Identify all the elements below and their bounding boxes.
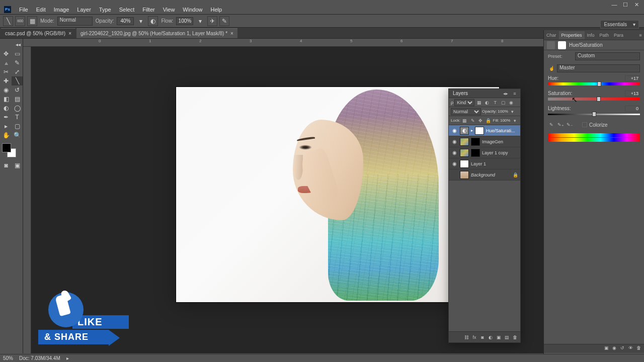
document-tab-0[interactable]: csac.psd @ 50% (RGB/8#) × — [1, 28, 75, 38]
menu-type[interactable]: Type — [95, 5, 115, 14]
shape-tool[interactable]: ▢ — [12, 122, 23, 131]
type-tool[interactable]: T — [12, 113, 23, 122]
chevron-down-icon[interactable]: ▾ — [509, 108, 516, 115]
visibility-toggle[interactable]: ◉ — [451, 161, 458, 166]
pressure-opacity-icon[interactable]: ◐ — [148, 16, 158, 26]
brush-panel-toggle[interactable]: ▦ — [27, 16, 37, 26]
view-previous-icon[interactable]: ◉ — [611, 344, 618, 351]
tab-close-icon[interactable]: × — [230, 31, 233, 36]
filter-type-icon[interactable]: T — [492, 99, 499, 106]
clip-to-layer-icon[interactable]: ▣ — [603, 344, 610, 351]
layer-row[interactable]: Background 🔒 — [449, 169, 520, 180]
mask-thumb[interactable] — [475, 127, 484, 135]
lock-position-icon[interactable]: ✥ — [477, 117, 484, 124]
zoom-level[interactable]: 50% — [3, 355, 13, 361]
lock-transparency-icon[interactable]: ▦ — [461, 117, 468, 124]
window-minimize-button[interactable]: — — [609, 0, 620, 9]
menu-help[interactable]: Help — [206, 5, 226, 14]
flow-dropdown-icon[interactable]: ▾ — [195, 16, 205, 26]
airbrush-icon[interactable]: ✈ — [207, 16, 217, 26]
saturation-value-input[interactable] — [625, 90, 640, 97]
path-select-tool[interactable]: ▸ — [1, 122, 12, 131]
link-layers-icon[interactable]: ⛓ — [463, 334, 470, 341]
delete-layer-icon[interactable]: 🗑 — [511, 334, 518, 341]
slider-thumb[interactable] — [597, 81, 601, 86]
menu-window[interactable]: Window — [179, 5, 206, 14]
filter-adj-icon[interactable]: ◐ — [484, 99, 491, 106]
healing-tool[interactable]: ✚ — [1, 76, 12, 85]
visibility-toggle[interactable]: ◉ — [451, 150, 458, 155]
status-menu-icon[interactable]: ▸ — [66, 355, 69, 361]
preset-select[interactable]: Custom — [575, 52, 640, 60]
layer-row[interactable]: ◉ ImageGen — [449, 136, 520, 147]
lock-pixels-icon[interactable]: ✎ — [469, 117, 476, 124]
menu-view[interactable]: View — [159, 5, 179, 14]
gradient-tool[interactable]: ▤ — [12, 95, 23, 104]
window-maximize-button[interactable]: ☐ — [620, 0, 631, 9]
visibility-toggle[interactable]: ◉ — [451, 139, 458, 144]
layer-row[interactable]: ◉ Layer 1 — [449, 158, 520, 169]
lock-all-icon[interactable]: 🔒 — [485, 117, 492, 124]
eyedropper-icon[interactable]: ✎ — [548, 121, 555, 128]
opacity-dropdown-icon[interactable]: ▾ — [136, 16, 146, 26]
dodge-tool[interactable]: ◯ — [12, 104, 23, 113]
slider-thumb[interactable] — [597, 97, 601, 102]
zoom-tool[interactable]: 🔍 — [12, 131, 23, 140]
eyedropper-tool[interactable]: ⤢ — [12, 67, 23, 76]
visibility-toggle[interactable]: ◉ — [451, 128, 458, 133]
quick-select-tool[interactable]: ✎ — [12, 58, 23, 67]
tab-close-icon[interactable]: × — [68, 31, 71, 36]
quickmask-tool[interactable]: ◙ — [1, 161, 12, 170]
saturation-slider[interactable] — [548, 98, 640, 101]
menu-edit[interactable]: Edit — [32, 5, 50, 14]
finger-icon[interactable]: ☝ — [548, 65, 555, 72]
filter-pixel-icon[interactable]: ▦ — [475, 99, 482, 106]
delete-adjustment-icon[interactable]: 🗑 — [635, 344, 642, 351]
collapse-icon[interactable]: ◂◂ — [16, 42, 21, 49]
tab-info[interactable]: Info — [585, 31, 597, 39]
new-group-icon[interactable]: ▣ — [495, 334, 502, 341]
layer-blend-select[interactable]: Normal — [451, 108, 481, 115]
mask-thumb[interactable] — [471, 138, 480, 146]
tab-properties[interactable]: Properties — [559, 31, 585, 39]
tab-path[interactable]: Path — [597, 31, 612, 39]
menu-image[interactable]: Image — [50, 5, 73, 14]
slider-thumb[interactable] — [592, 112, 596, 117]
brush-preset-picker[interactable]: 600 — [15, 16, 25, 26]
window-close-button[interactable]: ✕ — [631, 0, 642, 9]
new-layer-icon[interactable]: ▤ — [503, 334, 510, 341]
layer-fx-icon[interactable]: fx — [471, 334, 478, 341]
foreground-color[interactable] — [2, 143, 11, 152]
colorize-checkbox[interactable] — [582, 122, 587, 127]
hue-slider[interactable] — [548, 82, 640, 85]
eyedropper-plus-icon[interactable]: ✎₊ — [557, 121, 564, 128]
reset-icon[interactable]: ↺ — [619, 344, 626, 351]
layers-tab[interactable]: Layers — [451, 89, 470, 97]
workspace-switcher[interactable]: Essentials ▾ — [600, 20, 639, 29]
layer-row[interactable]: ◉ ◐ ▸ Hue/Saturati... — [449, 125, 520, 136]
screenmode-tool[interactable]: ▣ — [12, 161, 23, 170]
tool-preset-picker[interactable]: ╲ — [3, 16, 13, 26]
filter-shape-icon[interactable]: ▢ — [500, 99, 507, 106]
pen-tool[interactable]: ✒ — [1, 113, 12, 122]
hue-value-input[interactable] — [625, 75, 640, 81]
filter-smart-icon[interactable]: ◉ — [508, 99, 515, 106]
channel-select[interactable]: Master — [557, 64, 640, 72]
lightness-value-input[interactable] — [625, 106, 640, 112]
history-brush-tool[interactable]: ↺ — [12, 85, 23, 95]
eraser-tool[interactable]: ◧ — [1, 95, 12, 104]
color-swatches[interactable] — [2, 143, 16, 157]
eyedropper-minus-icon[interactable]: ✎₋ — [566, 121, 573, 128]
lightness-slider[interactable] — [548, 114, 640, 115]
layer-row[interactable]: ◉ Layer 1 copy — [449, 147, 520, 158]
blur-tool[interactable]: ◐ — [1, 104, 12, 113]
stamp-tool[interactable]: ◉ — [1, 85, 12, 95]
mask-thumb[interactable] — [471, 149, 480, 157]
tab-para[interactable]: Para — [611, 31, 626, 39]
crop-tool[interactable]: ✂ — [1, 67, 12, 76]
new-adjustment-icon[interactable]: ◐ — [487, 334, 494, 341]
marquee-tool[interactable]: ▭ — [12, 49, 23, 58]
opacity-input[interactable] — [117, 17, 134, 25]
pressure-size-icon[interactable]: ✎ — [219, 16, 229, 26]
brush-tool[interactable]: ╲ — [12, 76, 23, 85]
